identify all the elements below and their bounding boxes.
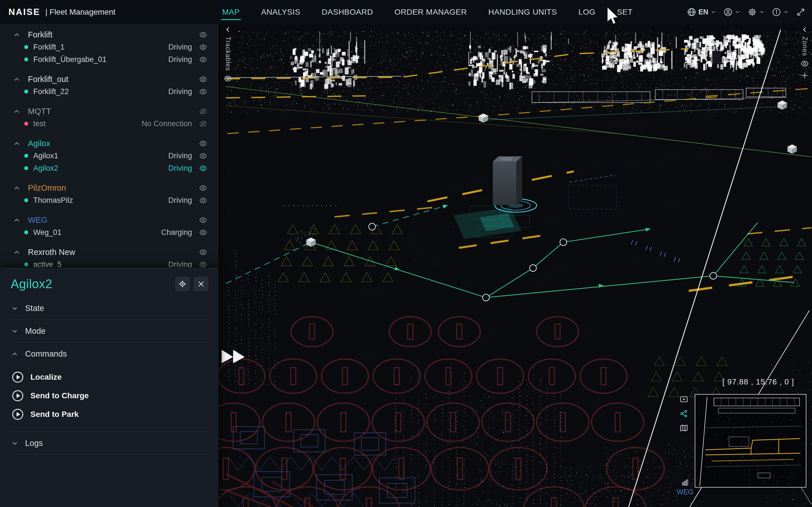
trackable-group: Rexroth New active_5 Driving <box>0 246 218 271</box>
section-state[interactable]: State <box>0 297 218 320</box>
trackable-group-row[interactable]: WEG <box>0 214 218 226</box>
trackable-group: MQTT test No Connection <box>0 105 218 130</box>
topbar: NAISE | Fleet Management MAP ANALYSIS DA… <box>0 0 812 24</box>
nav-tab-handling-units[interactable]: HANDLING UNITS <box>488 0 557 24</box>
map-icon[interactable] <box>679 424 688 432</box>
eye-icon <box>199 228 207 237</box>
chevron-up-icon <box>13 108 20 115</box>
visibility-toggle[interactable] <box>199 107 207 115</box>
command-button[interactable]: Send to Park <box>0 405 218 424</box>
zones-handle-label: Zones <box>801 37 809 56</box>
info-menu[interactable] <box>772 8 789 17</box>
trackable-item-row[interactable]: Agilox1 Driving <box>0 150 218 162</box>
visibility-toggle[interactable] <box>199 228 207 237</box>
collapse-left-icon[interactable] <box>224 26 232 33</box>
eye-icon[interactable] <box>223 74 232 83</box>
account-menu[interactable] <box>723 8 741 17</box>
visibility-toggle[interactable] <box>199 184 207 192</box>
status-dot <box>24 230 28 234</box>
visibility-toggle[interactable] <box>199 88 207 96</box>
trackable-group-row[interactable]: Forklift_out <box>0 73 218 86</box>
language-selector[interactable]: EN <box>687 8 716 17</box>
chevron-up-icon <box>13 140 20 147</box>
app-root: NAISE | Fleet Management MAP ANALYSIS DA… <box>0 0 812 507</box>
share-icon[interactable] <box>679 409 688 418</box>
nav-tab-dashboard[interactable]: DASHBOARD <box>322 0 373 24</box>
visibility-toggle[interactable] <box>199 152 207 160</box>
nav-tab-set[interactable]: SET <box>617 0 633 24</box>
trackables-handle: Trackables <box>222 26 234 83</box>
locate-button[interactable] <box>175 277 190 291</box>
chevron-down-icon <box>11 328 18 335</box>
zones-handle: Zones <box>799 26 810 80</box>
minimap[interactable] <box>695 394 806 488</box>
eye-icon <box>199 88 207 96</box>
minimap-tools <box>679 395 688 432</box>
close-button[interactable] <box>194 277 208 291</box>
visibility-toggle[interactable] <box>199 75 207 83</box>
trackable-name: test <box>33 119 46 128</box>
visibility-toggle[interactable] <box>199 248 207 256</box>
user-icon <box>723 8 732 17</box>
command-button[interactable]: Send to Charge <box>0 386 218 405</box>
globe-icon <box>687 8 696 17</box>
nav-tab-log[interactable]: LOG <box>578 0 596 24</box>
eye-icon[interactable] <box>801 59 809 68</box>
visibility-toggle[interactable] <box>199 55 207 64</box>
eye-icon <box>199 216 207 224</box>
trackable-item-row[interactable]: test No Connection <box>0 117 218 130</box>
trackable-group-row[interactable]: Rexroth New <box>0 246 218 258</box>
play-circle-icon <box>12 390 24 402</box>
section-commands[interactable]: Commands <box>0 342 218 365</box>
trackable-group: Forklift Forklift_1 Driving Forklift_Übe… <box>0 29 218 66</box>
visibility-toggle[interactable] <box>199 196 207 205</box>
trackable-group: PilzOmron ThomasPilz Driving <box>0 182 218 207</box>
visibility-toggle[interactable] <box>199 31 207 39</box>
trackable-item-row[interactable]: Forklift_Übergabe_01 Driving <box>0 53 218 66</box>
eye-icon <box>199 248 207 256</box>
topbar-right: EN <box>687 8 805 17</box>
trackable-group-row[interactable]: Agilox <box>0 137 218 150</box>
command-label: Send to Park <box>31 410 79 419</box>
status-label: Driving <box>168 55 192 64</box>
visibility-toggle[interactable] <box>199 164 207 172</box>
fullscreen-button[interactable] <box>796 8 805 17</box>
chevron-down-icon <box>11 440 18 447</box>
visibility-toggle[interactable] <box>199 43 207 51</box>
add-zone-icon[interactable] <box>801 71 809 80</box>
trackable-name: Forklift_Übergabe_01 <box>33 55 107 64</box>
eye-icon <box>199 55 207 64</box>
command-button[interactable]: Localize <box>0 368 218 386</box>
section-logs[interactable]: Logs <box>0 432 218 454</box>
info-icon <box>772 8 781 17</box>
trackable-name: Agilox2 <box>33 164 58 173</box>
trackable-item-row[interactable]: Agilox2 Driving <box>0 162 218 174</box>
trackable-item-row[interactable]: Weg_01 Charging <box>0 226 218 238</box>
trackable-group-row[interactable]: MQTT <box>0 105 218 117</box>
collapse-left-icon[interactable] <box>801 26 808 33</box>
trackable-group-row[interactable]: PilzOmron <box>0 182 218 194</box>
visibility-toggle[interactable] <box>199 216 207 224</box>
status-dot <box>24 166 28 170</box>
layers-icon[interactable] <box>681 478 689 486</box>
nav-tab-map[interactable]: MAP <box>222 0 240 24</box>
trackable-group: Agilox Agilox1 Driving Agilox2 Driving <box>0 137 218 174</box>
camera-view-icon[interactable] <box>679 395 688 404</box>
status-dot <box>24 45 28 49</box>
visibility-toggle[interactable] <box>199 139 207 148</box>
trackable-item-row[interactable]: Forklift_1 Driving <box>0 41 218 53</box>
trackable-item-row[interactable]: Forklift_22 Driving <box>0 86 218 98</box>
trackable-group-row[interactable]: Forklift <box>0 29 218 41</box>
detail-title: Agilox2 <box>11 277 52 291</box>
chevron-up-icon <box>13 184 20 192</box>
nav-tab-order-manager[interactable]: ORDER MANAGER <box>395 0 467 24</box>
nav-tab-analysis[interactable]: ANALYSIS <box>261 0 300 24</box>
trackable-item-row[interactable]: ThomasPilz Driving <box>0 194 218 207</box>
trackable-name: Forklift_22 <box>33 87 69 96</box>
section-mode[interactable]: Mode <box>0 320 218 342</box>
settings-menu[interactable] <box>748 8 765 17</box>
visibility-toggle[interactable] <box>199 120 207 128</box>
main-nav: MAP ANALYSIS DASHBOARD ORDER MANAGER HAN… <box>222 0 633 24</box>
gear-icon <box>748 8 757 17</box>
status-dot <box>24 122 28 126</box>
